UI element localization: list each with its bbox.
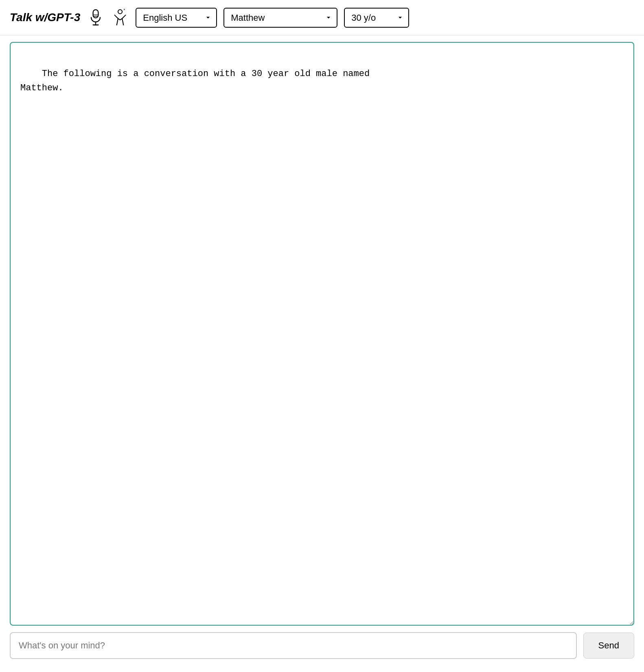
svg-text:*: *	[124, 9, 125, 13]
main-area: The following is a conversation with a 3…	[0, 35, 644, 672]
person-button[interactable]: *	[111, 7, 129, 28]
app-title: Talk w/GPT-3	[10, 11, 80, 24]
language-select[interactable]: English US English UK Spanish French Ger…	[136, 8, 217, 28]
svg-point-5	[118, 10, 122, 14]
age-select[interactable]: 20 y/o 25 y/o 30 y/o 35 y/o 40 y/o	[344, 8, 409, 28]
name-select[interactable]: Matthew Jane John Emma Liam	[223, 8, 337, 28]
send-button[interactable]: Send	[583, 633, 634, 659]
conversation-text: The following is a conversation with a 3…	[20, 69, 370, 93]
microphone-button[interactable]	[87, 7, 105, 28]
input-row: Send	[10, 632, 634, 665]
chat-input[interactable]	[10, 632, 577, 659]
person-icon: *	[113, 9, 127, 26]
microphone-icon	[88, 9, 103, 26]
conversation-box[interactable]: The following is a conversation with a 3…	[10, 42, 634, 626]
app-header: Talk w/GPT-3 *	[0, 0, 644, 35]
